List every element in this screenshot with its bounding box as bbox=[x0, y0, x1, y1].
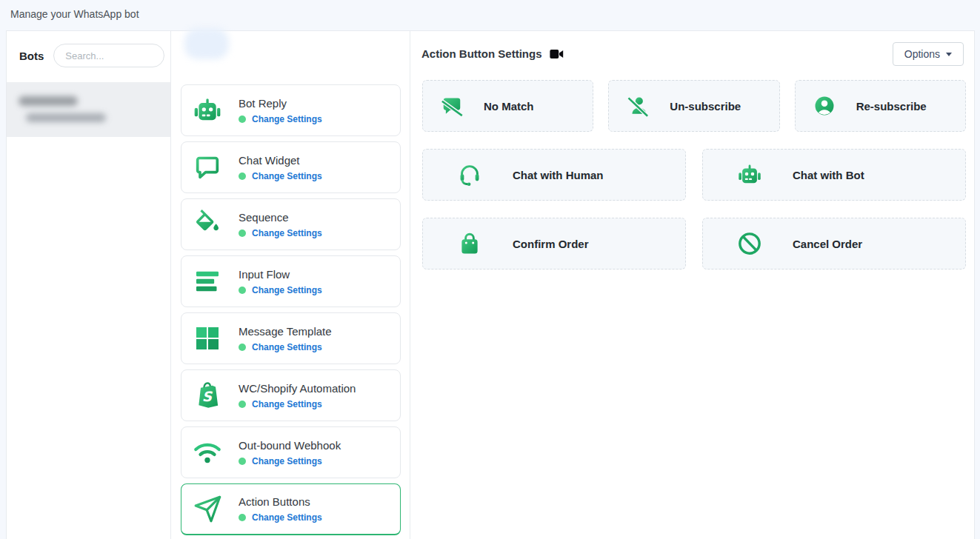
action-button-label: Chat with Bot bbox=[793, 169, 864, 181]
feature-card-message-template[interactable]: Message Template Change Settings bbox=[181, 312, 401, 364]
options-button[interactable]: Options bbox=[893, 42, 964, 66]
status-dot bbox=[239, 116, 246, 123]
feature-card-title: WC/Shopify Automation bbox=[239, 382, 356, 395]
user-slash-icon bbox=[627, 95, 649, 117]
shopify-icon: S bbox=[193, 381, 222, 410]
top-bar: Manage your WhatsApp bot bbox=[0, 0, 980, 30]
action-button-confirm-order[interactable]: Confirm Order bbox=[422, 218, 686, 270]
options-button-label: Options bbox=[904, 48, 940, 60]
action-row: No Match Un-subscribe Re-subscribe bbox=[422, 80, 966, 132]
status-dot bbox=[239, 514, 246, 521]
robot-icon bbox=[193, 96, 222, 125]
feature-card-bot-reply[interactable]: Bot Reply Change Settings bbox=[181, 84, 401, 136]
status-dot bbox=[239, 458, 246, 465]
paint-bucket-icon bbox=[193, 210, 222, 239]
status-dot bbox=[239, 401, 246, 408]
change-settings-link[interactable]: Change Settings bbox=[252, 456, 322, 466]
feature-card-title: Bot Reply bbox=[239, 97, 322, 110]
action-button-label: Un-subscribe bbox=[670, 100, 741, 113]
action-button-chat-with-bot[interactable]: Chat with Bot bbox=[702, 149, 966, 201]
change-settings-link[interactable]: Change Settings bbox=[252, 399, 322, 409]
selected-bot-item[interactable] bbox=[7, 82, 170, 137]
action-button-un-subscribe[interactable]: Un-subscribe bbox=[608, 80, 779, 132]
change-settings-link[interactable]: Change Settings bbox=[252, 512, 322, 523]
change-settings-link[interactable]: Change Settings bbox=[252, 114, 322, 124]
action-button-re-subscribe[interactable]: Re-subscribe bbox=[795, 80, 966, 132]
feature-card-chat-widget[interactable]: Chat Widget Change Settings bbox=[181, 141, 401, 193]
action-button-label: Re-subscribe bbox=[856, 100, 927, 113]
change-settings-link[interactable]: Change Settings bbox=[252, 228, 322, 238]
wifi-icon bbox=[193, 438, 222, 467]
bots-sidebar: Bots bbox=[7, 31, 171, 539]
chat-widget-icon bbox=[193, 153, 222, 182]
feature-card-title: Sequence bbox=[239, 211, 322, 224]
action-button-label: Chat with Human bbox=[513, 169, 604, 181]
feature-card-title: Out-bound Webhook bbox=[239, 439, 341, 452]
grid-icon bbox=[193, 324, 222, 353]
main-container: Bots Bot Reply Change Settings Chat Widg… bbox=[6, 30, 975, 539]
feature-card-action-buttons[interactable]: Action Buttons Change Settings bbox=[181, 483, 401, 535]
action-buttons-grid: No Match Un-subscribe Re-subscribe Chat … bbox=[422, 80, 966, 287]
ban-icon bbox=[737, 231, 762, 256]
robot-icon bbox=[737, 162, 762, 187]
change-settings-link[interactable]: Change Settings bbox=[252, 285, 322, 295]
bots-heading: Bots bbox=[19, 50, 44, 62]
feature-column: Bot Reply Change Settings Chat Widget Ch… bbox=[171, 31, 410, 539]
feature-card-title: Message Template bbox=[239, 325, 332, 338]
change-settings-link[interactable]: Change Settings bbox=[252, 171, 322, 181]
search-input[interactable] bbox=[53, 44, 164, 67]
input-flow-icon bbox=[193, 267, 222, 296]
headset-icon bbox=[457, 162, 482, 187]
action-button-label: No Match bbox=[484, 100, 534, 113]
status-dot bbox=[239, 344, 246, 351]
feature-card-wc-shopify-automation[interactable]: S WC/Shopify Automation Change Settings bbox=[181, 369, 401, 421]
status-dot bbox=[239, 173, 246, 180]
feature-list: Bot Reply Change Settings Chat Widget Ch… bbox=[181, 84, 401, 539]
action-button-label: Cancel Order bbox=[793, 238, 862, 250]
panel-title: Action Button Settings bbox=[421, 47, 541, 60]
action-button-no-match[interactable]: No Match bbox=[422, 80, 593, 132]
paper-plane-icon bbox=[193, 495, 222, 524]
user-circle-icon bbox=[813, 95, 836, 117]
redacted-blob bbox=[184, 28, 229, 59]
svg-text:S: S bbox=[202, 389, 213, 404]
page-title: Manage your WhatsApp bot bbox=[10, 8, 139, 20]
feature-card-input-flow[interactable]: Input Flow Change Settings bbox=[181, 255, 401, 307]
feature-card-sequence[interactable]: Sequence Change Settings bbox=[181, 198, 401, 250]
change-settings-link[interactable]: Change Settings bbox=[252, 342, 322, 352]
feature-card-out-bound-webhook[interactable]: Out-bound Webhook Change Settings bbox=[181, 426, 401, 478]
feature-card-title: Input Flow bbox=[239, 268, 322, 281]
sidebar-header: Bots bbox=[7, 31, 170, 67]
feature-card-title: Chat Widget bbox=[239, 154, 322, 167]
action-button-label: Confirm Order bbox=[513, 238, 589, 250]
settings-panel: Action Button Settings Options No Match … bbox=[410, 31, 974, 539]
video-camera-icon[interactable] bbox=[550, 48, 564, 60]
redacted-bot-phone bbox=[26, 113, 106, 122]
redacted-bot-name bbox=[19, 96, 78, 106]
caret-down-icon bbox=[946, 53, 952, 56]
chat-slash-icon bbox=[441, 95, 463, 117]
status-dot bbox=[239, 230, 246, 237]
action-row: Chat with Human Chat with Bot bbox=[422, 149, 966, 201]
shopping-bag-icon bbox=[457, 231, 482, 256]
action-button-chat-with-human[interactable]: Chat with Human bbox=[422, 149, 686, 201]
action-row: Confirm Order Cancel Order bbox=[422, 218, 966, 270]
feature-card-title: Action Buttons bbox=[239, 495, 322, 508]
status-dot bbox=[239, 287, 246, 294]
action-button-cancel-order[interactable]: Cancel Order bbox=[702, 218, 966, 270]
